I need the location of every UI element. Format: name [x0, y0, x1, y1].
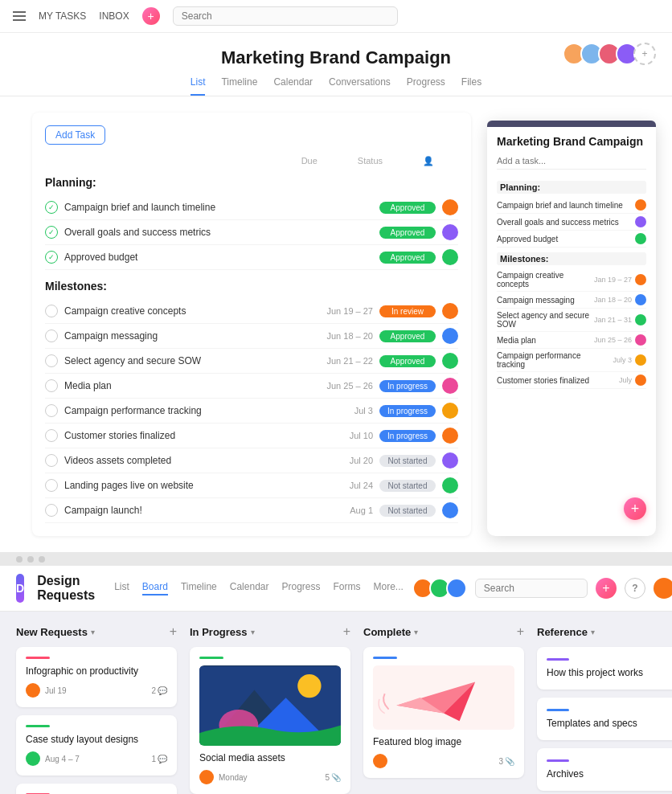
- task-check[interactable]: [45, 379, 58, 392]
- nav-plus-button[interactable]: +: [142, 7, 160, 25]
- side-task-avatar: [635, 314, 646, 325]
- mountain-illustration: [199, 665, 341, 746]
- my-tasks-nav[interactable]: MY TASKS: [39, 10, 86, 22]
- task-row[interactable]: Select agency and secure SOW Jun 21 – 22…: [45, 349, 458, 374]
- column-header: Complete ▾ +: [363, 624, 524, 639]
- bottom-plus-button[interactable]: +: [596, 578, 617, 599]
- task-status-badge: In review: [379, 305, 436, 317]
- task-row[interactable]: Campaign brief and launch timeline Appro…: [45, 195, 458, 220]
- section-planning: Planning:: [45, 176, 458, 189]
- tab-list[interactable]: List: [191, 76, 206, 96]
- tab-list-bottom[interactable]: List: [114, 581, 129, 596]
- board-card[interactable]: Infographic on productivity Jul 19 2 💬: [16, 647, 177, 707]
- task-name: Approved budget: [64, 252, 310, 263]
- task-check[interactable]: [45, 504, 58, 517]
- tab-conversations[interactable]: Conversations: [329, 76, 391, 96]
- inbox-nav[interactable]: INBOX: [99, 10, 129, 22]
- search-input[interactable]: [173, 6, 398, 26]
- side-section-planning: Planning:: [497, 181, 646, 194]
- add-task-button[interactable]: Add Task: [45, 125, 105, 145]
- task-check[interactable]: [45, 404, 58, 417]
- column-add-button[interactable]: +: [170, 624, 177, 639]
- tab-calendar-bottom[interactable]: Calendar: [230, 581, 269, 596]
- task-row[interactable]: Approved budget Approved: [45, 245, 458, 270]
- side-task-row[interactable]: Select agency and secure SOW Jan 21 – 31: [497, 309, 646, 332]
- ref-card[interactable]: How this project works: [537, 647, 672, 690]
- card-date: Aug 4 – 7: [45, 755, 146, 763]
- board-card[interactable]: Poster for volunteer event Aug 16 3 💬: [16, 784, 177, 794]
- side-task-row[interactable]: Overall goals and success metrics: [497, 214, 646, 231]
- side-task-row[interactable]: Media plan Jun 25 – 26: [497, 332, 646, 349]
- card-title: Infographic on productivity: [26, 665, 167, 677]
- side-task-row[interactable]: Customer stories finalized July: [497, 372, 646, 389]
- task-check[interactable]: [45, 251, 58, 264]
- side-task-row[interactable]: Campaign performance tracking July 3: [497, 349, 646, 372]
- task-status-badge: In progress: [379, 405, 436, 417]
- task-check[interactable]: [45, 454, 58, 467]
- task-check[interactable]: [45, 354, 58, 367]
- due-header: Due: [301, 156, 318, 166]
- task-row[interactable]: Campaign performance tracking Jul 3 In p…: [45, 399, 458, 424]
- tab-calendar[interactable]: Calendar: [273, 76, 313, 96]
- tab-forms-bottom[interactable]: Forms: [334, 581, 361, 596]
- task-row[interactable]: Overall goals and success metrics Approv…: [45, 220, 458, 245]
- task-date: Jul 24: [317, 481, 373, 490]
- column-reference: Reference ▾ + How this project works Tem…: [537, 624, 672, 794]
- board-card[interactable]: Social media assets Monday 5 📎: [190, 647, 350, 794]
- task-check[interactable]: [45, 329, 58, 342]
- column-add-button[interactable]: +: [343, 624, 350, 639]
- tab-files[interactable]: Files: [461, 76, 481, 96]
- side-panel-fab[interactable]: +: [624, 497, 646, 520]
- task-row[interactable]: Campaign creative concepts Jun 19 – 27 I…: [45, 299, 458, 324]
- task-check[interactable]: [45, 201, 58, 214]
- side-task-row[interactable]: Approved budget: [497, 231, 646, 248]
- card-attach-count: 3 📎: [498, 757, 514, 766]
- side-task-row[interactable]: Campaign brief and launch timeline: [497, 197, 646, 214]
- tab-progress-bottom[interactable]: Progress: [281, 581, 320, 596]
- side-panel-add-task-input[interactable]: [497, 153, 646, 170]
- task-check[interactable]: [45, 479, 58, 492]
- task-check[interactable]: [45, 305, 58, 317]
- column-add-button[interactable]: +: [517, 624, 524, 639]
- task-status-badge: In progress: [379, 430, 436, 442]
- task-avatar: [442, 477, 458, 493]
- add-member-button[interactable]: +: [633, 43, 656, 65]
- column-title: Complete: [363, 626, 411, 638]
- task-check[interactable]: [45, 429, 58, 442]
- task-name: Media plan: [64, 380, 310, 391]
- help-button[interactable]: ?: [625, 578, 645, 599]
- column-title-row: Complete ▾: [363, 626, 418, 638]
- ref-card[interactable]: Archives: [537, 748, 672, 791]
- ref-card[interactable]: Templates and specs: [537, 698, 672, 740]
- tab-board-bottom[interactable]: Board: [142, 581, 168, 596]
- task-row[interactable]: Customer stories finalized Jul 10 In pro…: [45, 424, 458, 448]
- tab-progress[interactable]: Progress: [407, 76, 445, 96]
- side-task-row[interactable]: Campaign creative concepts Jan 19 – 27: [497, 268, 646, 292]
- bottom-search-input[interactable]: [475, 579, 588, 598]
- board-card[interactable]: Featured blog image 3 📎: [363, 647, 524, 778]
- task-row[interactable]: Landing pages live on website Jul 24 Not…: [45, 473, 458, 498]
- task-status-badge: Not started: [379, 455, 436, 467]
- task-avatar: [442, 403, 458, 419]
- task-status-badge: Approved: [379, 202, 436, 214]
- task-row[interactable]: Media plan Jun 25 – 26 In progress: [45, 374, 458, 399]
- task-date: Jul 10: [317, 431, 373, 440]
- side-task-row[interactable]: Campaign messaging Jan 18 – 20: [497, 292, 646, 309]
- ref-color-bar: [547, 709, 569, 711]
- task-date: Aug 1: [317, 505, 373, 515]
- task-date: Jun 18 – 20: [317, 331, 373, 341]
- board-card[interactable]: Case study layout designs Aug 4 – 7 1 💬: [16, 715, 177, 776]
- tab-timeline[interactable]: Timeline: [221, 76, 257, 96]
- column-title-row: New Requests ▾: [16, 626, 95, 638]
- top-nav: MY TASKS INBOX +: [0, 0, 672, 33]
- hamburger-icon[interactable]: [13, 11, 26, 21]
- task-row[interactable]: Campaign launch! Aug 1 Not started: [45, 498, 458, 523]
- task-row[interactable]: Videos assets completed Jul 20 Not start…: [45, 448, 458, 473]
- user-avatar-button[interactable]: [654, 578, 672, 599]
- side-panel-topbar: [487, 121, 656, 127]
- comment-icon: 💬: [158, 755, 167, 763]
- tab-more-bottom[interactable]: More...: [374, 581, 404, 596]
- task-check[interactable]: [45, 226, 58, 239]
- task-row[interactable]: Campaign messaging Jun 18 – 20 Approved: [45, 324, 458, 349]
- tab-timeline-bottom[interactable]: Timeline: [181, 581, 217, 596]
